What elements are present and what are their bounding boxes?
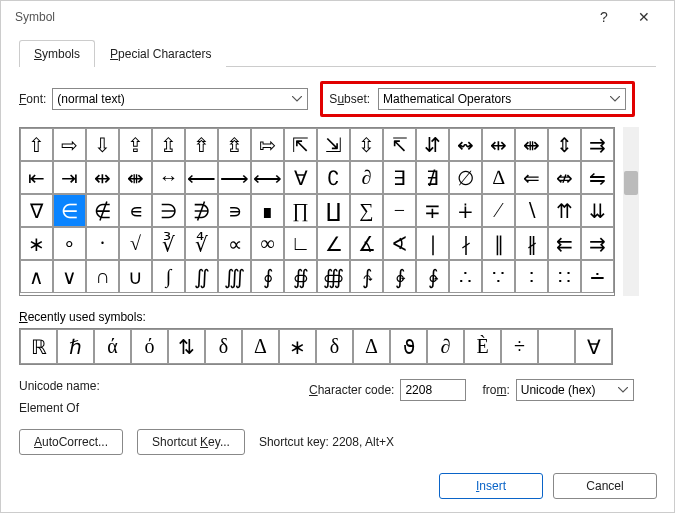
symbol-cell[interactable]: ∡ (350, 227, 383, 260)
symbol-cell[interactable]: ∎ (251, 194, 284, 227)
symbol-cell[interactable]: ⇥ (53, 161, 86, 194)
symbol-cell[interactable]: ∩ (86, 260, 119, 293)
symbol-cell[interactable]: ⇉ (581, 227, 614, 260)
symbol-cell[interactable]: ∉ (86, 194, 119, 227)
symbol-cell[interactable]: ∨ (53, 260, 86, 293)
symbol-cell[interactable]: ⇰ (251, 128, 284, 161)
symbol-cell[interactable]: ↭ (449, 128, 482, 161)
symbol-cell[interactable]: √ (119, 227, 152, 260)
symbol-cell[interactable]: ∶ (515, 260, 548, 293)
recent-cell[interactable]: ∀ (575, 329, 612, 364)
recent-cell[interactable]: ά (94, 329, 131, 364)
symbol-cell[interactable]: ∰ (317, 260, 350, 293)
symbol-cell[interactable]: ∱ (350, 260, 383, 293)
symbol-cell[interactable]: ⇩ (86, 128, 119, 161)
symbol-cell[interactable]: ∗ (20, 227, 53, 260)
grid-scrollbar[interactable] (623, 127, 639, 296)
symbol-cell[interactable]: ∴ (449, 260, 482, 293)
symbol-cell[interactable]: ⇼ (515, 128, 548, 161)
symbol-cell[interactable]: ∫ (152, 260, 185, 293)
symbol-cell[interactable]: ∦ (515, 227, 548, 260)
symbol-cell[interactable]: ⇈ (548, 194, 581, 227)
symbol-cell[interactable]: ∔ (449, 194, 482, 227)
symbol-cell[interactable]: ∢ (383, 227, 416, 260)
symbol-cell[interactable]: ∝ (218, 227, 251, 260)
subset-combo[interactable]: Mathematical Operators (378, 88, 626, 110)
symbol-cell[interactable]: ⇼ (119, 161, 152, 194)
symbol-cell[interactable]: ∳ (416, 260, 449, 293)
help-icon[interactable]: ? (584, 9, 624, 25)
symbol-cell[interactable]: ⇵ (416, 128, 449, 161)
symbol-cell[interactable]: ∀ (284, 161, 317, 194)
symbol-cell[interactable]: ∧ (20, 260, 53, 293)
symbol-cell[interactable]: ∇ (20, 194, 53, 227)
symbol-cell[interactable]: ⇹ (86, 161, 119, 194)
from-combo[interactable]: Unicode (hex) (516, 379, 634, 401)
recent-cell[interactable]: È (464, 329, 501, 364)
symbol-cell[interactable]: ∵ (482, 260, 515, 293)
symbol-cell[interactable]: ⇫ (152, 128, 185, 161)
symbol-cell[interactable]: ∟ (284, 227, 317, 260)
symbol-cell[interactable]: ⇊ (581, 194, 614, 227)
symbol-cell[interactable]: ↸ (383, 128, 416, 161)
symbol-cell[interactable]: ⇪ (119, 128, 152, 161)
symbol-cell[interactable]: ⇐ (515, 161, 548, 194)
recent-cell[interactable]: ό (131, 329, 168, 364)
autocorrect-button[interactable]: AutoCorrect... (19, 429, 123, 455)
symbol-cell[interactable]: ∸ (581, 260, 614, 293)
symbol-cell[interactable]: ⇕ (548, 128, 581, 161)
symbol-cell[interactable]: ∅ (449, 161, 482, 194)
recent-cell[interactable]: Δ (353, 329, 390, 364)
recent-grid[interactable]: ℝℏάό⇅δΔ∗δΔϑ∂È÷∀ (19, 328, 613, 365)
symbol-cell[interactable]: ∪ (119, 260, 152, 293)
symbol-cell[interactable]: ∂ (350, 161, 383, 194)
recent-cell[interactable]: ℝ (20, 329, 57, 364)
font-combo[interactable]: (normal text) (52, 88, 308, 110)
recent-cell[interactable]: Δ (242, 329, 279, 364)
symbol-cell[interactable]: ∊ (119, 194, 152, 227)
symbol-cell[interactable]: ⇨ (53, 128, 86, 161)
symbol-cell[interactable]: ∃ (383, 161, 416, 194)
symbol-cell[interactable]: ⇋ (581, 161, 614, 194)
symbol-cell[interactable]: ∄ (416, 161, 449, 194)
symbol-cell[interactable]: ⟵ (185, 161, 218, 194)
symbol-cell[interactable]: ∌ (185, 194, 218, 227)
symbol-grid[interactable]: ⇧⇨⇩⇪⇫⇮⇯⇰⇱⇲⇳↸⇵↭⇹⇼⇕⇉⇤⇥⇹⇼↔⟵⟶⟷∀∁∂∃∄∅∆⇐⇎⇋∇∈∉∊… (19, 127, 615, 296)
recent-cell[interactable]: ⇅ (168, 329, 205, 364)
symbol-cell[interactable]: ⇇ (548, 227, 581, 260)
symbol-cell[interactable]: ∠ (317, 227, 350, 260)
symbol-cell[interactable]: ⇉ (581, 128, 614, 161)
recent-cell[interactable]: ∗ (279, 329, 316, 364)
tab-symbols[interactable]: Symbols (19, 40, 95, 67)
symbol-cell[interactable]: ⟷ (251, 161, 284, 194)
symbol-cell[interactable]: ∣ (416, 227, 449, 260)
symbol-cell[interactable]: ∮ (251, 260, 284, 293)
symbol-cell[interactable]: ∘ (53, 227, 86, 260)
symbol-cell[interactable]: ∆ (482, 161, 515, 194)
symbol-cell[interactable]: ∬ (185, 260, 218, 293)
symbol-cell[interactable]: ⇯ (218, 128, 251, 161)
symbol-cell[interactable]: ∖ (515, 194, 548, 227)
char-code-input[interactable] (400, 379, 466, 401)
symbol-cell[interactable]: ⟶ (218, 161, 251, 194)
symbol-cell[interactable]: ∭ (218, 260, 251, 293)
symbol-cell[interactable]: ⇹ (482, 128, 515, 161)
symbol-cell[interactable]: ⇎ (548, 161, 581, 194)
symbol-cell[interactable]: ∍ (218, 194, 251, 227)
symbol-cell[interactable]: ∙ (86, 227, 119, 260)
symbol-cell[interactable]: ∈ (53, 194, 86, 227)
symbol-cell[interactable]: ∤ (449, 227, 482, 260)
recent-cell[interactable]: ϑ (390, 329, 427, 364)
symbol-cell[interactable]: ∓ (416, 194, 449, 227)
symbol-cell[interactable]: ∐ (317, 194, 350, 227)
recent-cell[interactable]: ÷ (501, 329, 538, 364)
symbol-cell[interactable]: ∛ (152, 227, 185, 260)
symbol-cell[interactable]: ⇤ (20, 161, 53, 194)
symbol-cell[interactable]: ↔ (152, 161, 185, 194)
tab-special-characters[interactable]: Ppecial Characters (95, 40, 226, 67)
recent-cell[interactable]: δ (205, 329, 242, 364)
symbol-cell[interactable]: ∲ (383, 260, 416, 293)
recent-cell[interactable] (538, 329, 575, 364)
symbol-cell[interactable]: ⇮ (185, 128, 218, 161)
insert-button[interactable]: Insert (439, 473, 543, 499)
